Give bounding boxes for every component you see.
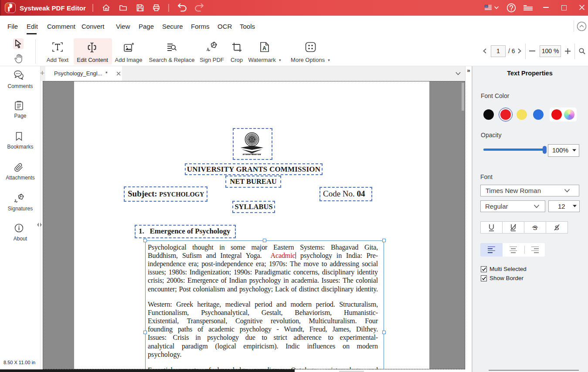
svg-text:A: A <box>262 45 266 51</box>
